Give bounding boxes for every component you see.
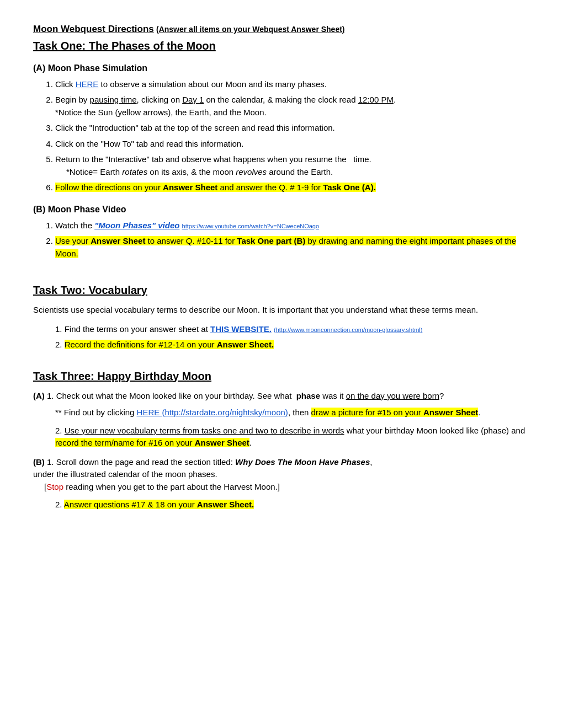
website-url-small: (http://www.moonconnection.com/moon-glos… xyxy=(274,326,422,333)
task-three-a-section: (A) 1. Check out what the Moon looked li… xyxy=(33,390,530,419)
task-three-a-p1: (A) 1. Check out what the Moon looked li… xyxy=(33,390,530,403)
task-three-item-2: 2. Use your new vocabulary terms from ta… xyxy=(33,425,530,449)
list-item-highlighted: Follow the directions on your Answer She… xyxy=(55,181,530,194)
here-link-2[interactable]: HERE xyxy=(137,408,162,417)
list-item: Click on the "How To" tab and read this … xyxy=(55,138,530,151)
main-title: Moon Webquest Directions xyxy=(33,24,154,34)
task-two-intro: Scientists use special vocabulary terms … xyxy=(33,304,530,317)
task-two-list: 1. Find the terms on your answer sheet a… xyxy=(55,323,530,351)
task-one-title: Task One: The Phases of the Moon xyxy=(33,38,530,54)
moon-phases-video-link[interactable]: "Moon Phases" video xyxy=(94,221,179,230)
section-b-list: Watch the "Moon Phases" video https://ww… xyxy=(55,220,530,260)
list-item: Return to the "Interactive" tab and obse… xyxy=(55,153,530,178)
list-item: Watch the "Moon Phases" video https://ww… xyxy=(55,220,530,232)
task-two-title: Task Two: Vocabulary xyxy=(33,282,530,298)
section-a-title: (A) Moon Phase Simulation xyxy=(33,62,530,75)
section-a-list: Click HERE to observe a simulation about… xyxy=(55,78,530,194)
task-three-a-p2: ** Find out by clicking HERE (http://sta… xyxy=(55,406,530,419)
section-b-title: (B) Moon Phase Video xyxy=(33,203,530,216)
task-three-title: Task Three: Happy Birthday Moon xyxy=(33,368,530,384)
section-a: (A) Moon Phase Simulation Click HERE to … xyxy=(33,62,530,194)
main-title-note: (Answer all items on your Webquest Answe… xyxy=(156,25,345,34)
main-header: Moon Webquest Directions (Answer all ite… xyxy=(33,22,530,36)
task-three-2-para: 2. Use your new vocabulary terms from ta… xyxy=(55,425,530,449)
task-three-b-section: (B) 1. Scroll down the page and read the… xyxy=(33,456,530,511)
task-two-item-2: 2. Record the definitions for #12-14 on … xyxy=(55,339,530,351)
section-b: (B) Moon Phase Video Watch the "Moon Pha… xyxy=(33,203,530,260)
this-website-link[interactable]: THIS WEBSITE. xyxy=(210,324,272,334)
video-url[interactable]: https://www.youtube.com/watch?v=NCweceNO… xyxy=(182,223,320,229)
document-container: Moon Webquest Directions (Answer all ite… xyxy=(33,22,530,511)
list-item: Click the "Introduction" tab at the top … xyxy=(55,122,530,135)
task-two-item-1: 1. Find the terms on your answer sheet a… xyxy=(55,323,530,336)
list-item-highlighted: Use your Answer Sheet to answer Q. #10-1… xyxy=(55,235,530,260)
list-item: Begin by pausing time, clicking on Day 1… xyxy=(55,94,530,119)
task-three-b-item-2: 2. Answer questions #17 & 18 on your Ans… xyxy=(55,499,530,511)
task-three-b-p1: (B) 1. Scroll down the page and read the… xyxy=(33,456,530,494)
list-item: Click HERE to observe a simulation about… xyxy=(55,78,530,91)
here-link-1[interactable]: HERE xyxy=(76,79,99,89)
stardate-url[interactable]: (http://stardate.org/nightsky/moon) xyxy=(162,408,288,417)
